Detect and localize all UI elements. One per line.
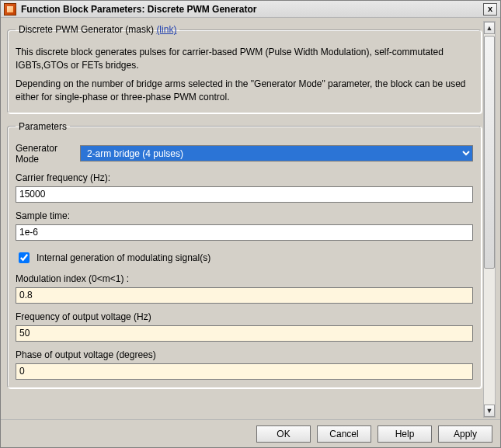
output-frequency-label: Frequency of output voltage (Hz) [16, 311, 473, 322]
internal-generation-checkbox[interactable] [19, 252, 30, 263]
description-legend: Discrete PWM Generator (mask) (link) [16, 24, 179, 35]
internal-generation-label: Internal generation of modulating signal… [37, 252, 210, 263]
carrier-frequency-label: Carrier frequency (Hz): [16, 172, 473, 183]
carrier-frequency-input[interactable] [16, 186, 473, 203]
generator-mode-select[interactable]: 2-arm bridge (4 pulses) [80, 145, 473, 161]
generator-mode-label: Generator Mode [16, 143, 74, 165]
apply-button[interactable]: Apply [438, 425, 492, 443]
description-legend-text: Discrete PWM Generator (mask) [19, 24, 154, 35]
description-para-2: Depending on the number of bridge arms s… [16, 78, 473, 105]
description-para-1: This discrete block generates pulses for… [16, 46, 473, 73]
sample-time-input[interactable] [16, 224, 473, 241]
scroll-thumb[interactable] [484, 36, 495, 269]
output-frequency-input[interactable] [16, 325, 473, 342]
dialog-window: Function Block Parameters: Discrete PWM … [0, 0, 501, 448]
app-icon [4, 3, 16, 16]
scroll-down-icon[interactable]: ▼ [484, 405, 495, 417]
close-icon[interactable]: x [483, 3, 497, 16]
modulation-index-label: Modulation index (0<m<1) : [16, 273, 473, 284]
parameters-group: Parameters Generator Mode 2-arm bridge (… [7, 121, 482, 388]
scroll-up-icon[interactable]: ▲ [484, 22, 495, 34]
vertical-scrollbar[interactable]: ▲ ▼ [483, 21, 496, 418]
generator-mode-row: Generator Mode 2-arm bridge (4 pulses) [16, 143, 473, 165]
window-title: Function Block Parameters: Discrete PWM … [21, 4, 483, 15]
button-bar: OK Cancel Help Apply [1, 419, 500, 447]
sample-time-label: Sample time: [16, 210, 473, 221]
modulation-index-input[interactable] [16, 287, 473, 304]
mask-link[interactable]: (link) [156, 24, 176, 35]
parameters-legend: Parameters [16, 121, 70, 132]
title-bar: Function Block Parameters: Discrete PWM … [1, 1, 500, 18]
cancel-button[interactable]: Cancel [317, 425, 371, 443]
internal-generation-row: Internal generation of modulating signal… [16, 250, 473, 266]
description-group: Discrete PWM Generator (mask) (link) Thi… [7, 24, 482, 113]
output-phase-label: Phase of output voltage (degrees) [16, 349, 473, 360]
dialog-body: Discrete PWM Generator (mask) (link) Thi… [5, 21, 483, 418]
ok-button[interactable]: OK [256, 425, 311, 443]
help-button[interactable]: Help [377, 425, 432, 443]
output-phase-input[interactable] [16, 363, 473, 380]
